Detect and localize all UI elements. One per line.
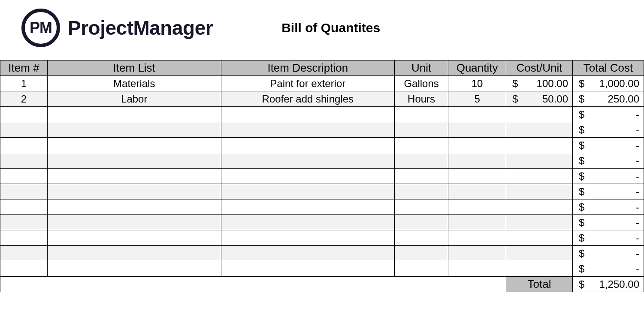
cell-cost-unit[interactable]: [506, 122, 573, 138]
cell-item-desc[interactable]: [221, 199, 395, 215]
cell-item-desc[interactable]: [221, 215, 395, 230]
cell-quantity[interactable]: 10: [448, 76, 506, 91]
cell-item-list[interactable]: [47, 215, 221, 230]
cell-total-cost[interactable]: $-: [573, 246, 644, 261]
cell-unit[interactable]: Hours: [395, 91, 448, 107]
cell-total-cost[interactable]: $1,000.00: [573, 76, 644, 91]
cell-quantity[interactable]: [448, 199, 506, 215]
cell-unit[interactable]: [395, 246, 448, 261]
col-header-cost-unit: Cost/Unit: [506, 60, 573, 76]
cell-cost-unit[interactable]: [506, 230, 573, 246]
cell-quantity[interactable]: 5: [448, 91, 506, 107]
cell-cost-unit[interactable]: [506, 261, 573, 277]
cell-item-no[interactable]: [0, 215, 48, 230]
cell-item-list[interactable]: Labor: [47, 91, 221, 107]
cell-quantity[interactable]: [448, 230, 506, 246]
cell-total-cost[interactable]: $250.00: [573, 91, 644, 107]
cell-item-no[interactable]: [0, 246, 48, 261]
cell-total-cost[interactable]: $-: [573, 122, 644, 138]
cell-total-cost[interactable]: $-: [573, 153, 644, 169]
cell-cost-unit[interactable]: [506, 184, 573, 199]
currency-symbol: $: [577, 201, 584, 213]
cell-total-cost[interactable]: $-: [573, 107, 644, 122]
cell-item-no[interactable]: [0, 122, 48, 138]
cell-item-list[interactable]: Materials: [47, 76, 221, 91]
cell-item-desc[interactable]: [221, 153, 395, 169]
cell-unit[interactable]: Gallons: [395, 76, 448, 91]
cell-item-list[interactable]: [47, 246, 221, 261]
cell-unit[interactable]: [395, 230, 448, 246]
cell-quantity[interactable]: [448, 215, 506, 230]
cell-item-no[interactable]: [0, 153, 48, 169]
cell-cost-unit[interactable]: [506, 246, 573, 261]
cell-unit[interactable]: [395, 261, 448, 277]
cell-cost-unit[interactable]: [506, 153, 573, 169]
cell-quantity[interactable]: [448, 261, 506, 277]
cell-cost-unit[interactable]: [506, 215, 573, 230]
cell-total-cost[interactable]: $-: [573, 138, 644, 153]
cell-cost-unit[interactable]: $50.00: [506, 91, 573, 107]
cell-item-desc[interactable]: [221, 122, 395, 138]
cell-unit[interactable]: [395, 184, 448, 199]
cell-unit[interactable]: [395, 169, 448, 184]
cell-cost-unit[interactable]: [506, 199, 573, 215]
cell-item-list[interactable]: [47, 122, 221, 138]
cell-item-desc[interactable]: [221, 230, 395, 246]
cell-item-list[interactable]: [47, 153, 221, 169]
cell-item-no[interactable]: [0, 169, 48, 184]
cell-item-list[interactable]: [47, 169, 221, 184]
cell-total-cost[interactable]: $-: [573, 215, 644, 230]
cell-item-list[interactable]: [47, 107, 221, 122]
cell-cost-unit[interactable]: [506, 138, 573, 153]
cell-unit[interactable]: [395, 199, 448, 215]
cell-item-no[interactable]: 1: [0, 76, 48, 91]
cell-total-cost[interactable]: $-: [573, 184, 644, 199]
cell-item-desc[interactable]: [221, 169, 395, 184]
cell-item-no[interactable]: [0, 107, 48, 122]
table-row: $-: [0, 138, 644, 153]
cell-quantity[interactable]: [448, 246, 506, 261]
cell-unit[interactable]: [395, 215, 448, 230]
cell-quantity[interactable]: [448, 107, 506, 122]
amount: -: [636, 155, 639, 167]
cell-cost-unit[interactable]: [506, 107, 573, 122]
cell-cost-unit[interactable]: $100.00: [506, 76, 573, 91]
cell-cost-unit[interactable]: [506, 169, 573, 184]
cell-quantity[interactable]: [448, 184, 506, 199]
cell-unit[interactable]: [395, 138, 448, 153]
cell-item-list[interactable]: [47, 199, 221, 215]
cell-quantity[interactable]: [448, 153, 506, 169]
cell-unit[interactable]: [395, 107, 448, 122]
cell-unit[interactable]: [395, 153, 448, 169]
cell-item-desc[interactable]: [221, 246, 395, 261]
cell-item-no[interactable]: [0, 138, 48, 153]
cell-quantity[interactable]: [448, 138, 506, 153]
cell-total-cost[interactable]: $-: [573, 169, 644, 184]
cell-item-list[interactable]: [47, 138, 221, 153]
amount: -: [636, 217, 639, 229]
amount: -: [636, 248, 639, 260]
cell-item-no[interactable]: [0, 261, 48, 277]
cell-item-no[interactable]: [0, 230, 48, 246]
cell-unit[interactable]: [395, 122, 448, 138]
cell-quantity[interactable]: [448, 169, 506, 184]
cell-total-cost[interactable]: $-: [573, 230, 644, 246]
cell-quantity[interactable]: [448, 122, 506, 138]
document-title: Bill of Quantites: [281, 21, 380, 35]
cell-item-desc[interactable]: [221, 261, 395, 277]
cell-total-cost[interactable]: $-: [573, 261, 644, 277]
cell-item-no[interactable]: [0, 199, 48, 215]
col-header-quantity: Quantity: [448, 60, 506, 76]
cell-item-list[interactable]: [47, 230, 221, 246]
cell-item-desc[interactable]: Paint for exterior: [221, 76, 395, 91]
cell-item-desc[interactable]: [221, 138, 395, 153]
cell-item-no[interactable]: 2: [0, 91, 48, 107]
cell-item-desc[interactable]: [221, 184, 395, 199]
cell-total-cost[interactable]: $-: [573, 199, 644, 215]
cell-item-list[interactable]: [47, 184, 221, 199]
cell-item-desc[interactable]: Roofer add shingles: [221, 91, 395, 107]
table-footer-row: Total $ 1,250.00: [0, 277, 644, 292]
cell-item-no[interactable]: [0, 184, 48, 199]
cell-item-desc[interactable]: [221, 107, 395, 122]
cell-item-list[interactable]: [47, 261, 221, 277]
